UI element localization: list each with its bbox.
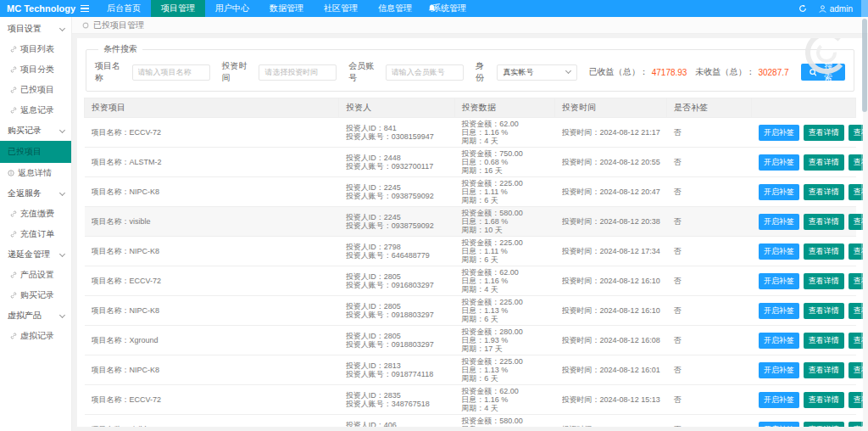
sidebar-item-label: 已投项目 (8, 146, 42, 158)
nav-item-6[interactable]: 信息管理 (368, 0, 422, 17)
investor-account-value: 348767518 (392, 400, 430, 408)
project-name-label: 项目名称： (92, 336, 130, 344)
invest-time-value: 2024-08-12 11:05:02 (600, 425, 660, 428)
sidebar-item-8[interactable]: 返息详情 (0, 163, 71, 183)
sidebar-item-16[interactable]: 虚拟记录 (0, 326, 71, 346)
actions-cell: 开启补签查看详情查看合同 (752, 207, 856, 237)
open-resign-button[interactable]: 开启补签 (759, 214, 799, 230)
investor-id-label: 投资人ID： (346, 124, 384, 132)
invest-time-label: 投资时间： (562, 277, 600, 285)
sidebar-item-5[interactable]: 返息记录 (0, 100, 71, 120)
identity-select[interactable]: 真实帐号 (497, 64, 576, 81)
sidebar-item-4[interactable]: 已投项目 (0, 80, 71, 100)
sidebar-item-10[interactable]: 充值缴费 (0, 204, 71, 224)
open-resign-button[interactable]: 开启补签 (759, 154, 799, 171)
open-resign-button[interactable]: 开启补签 (759, 333, 799, 349)
sidebar-item-12[interactable]: 递延金管理 (0, 244, 71, 265)
amount-label: 投资金额： (461, 238, 499, 247)
invest-time-value: 2024-08-12 20:55:54 (600, 158, 660, 166)
project-name-value: NIPC-K8 (130, 306, 160, 315)
content-card: 条件搜索 项目名称 投资时间 会员账号 身份 真实帐号 (76, 37, 864, 428)
view-details-button[interactable]: 查看详情 (804, 184, 844, 200)
open-resign-button[interactable]: 开启补签 (759, 273, 799, 289)
invest-time-label: 投资时间： (562, 217, 600, 226)
search-button[interactable]: 搜索 (801, 64, 845, 81)
sidebar-item-11[interactable]: 充值订单 (0, 224, 71, 244)
sidebar-item-3[interactable]: 项目分类 (0, 59, 71, 80)
view-details-button[interactable]: 查看详情 (804, 392, 844, 408)
amount-label: 投资金额： (461, 179, 499, 188)
header-investor: 投资人 (339, 98, 455, 118)
nav-item-1[interactable]: 后台首页 (97, 0, 151, 17)
open-resign-button[interactable]: 开启补签 (759, 125, 799, 141)
invest-time-input[interactable] (259, 64, 337, 81)
view-details-button[interactable]: 查看详情 (804, 214, 844, 230)
cycle-value: 6 天 (484, 374, 498, 383)
earned-total-stat: 已收益（总）：47178.93 (589, 66, 687, 78)
link-icon (10, 271, 17, 278)
cycle-value: 16 天 (484, 166, 503, 175)
open-resign-button[interactable]: 开启补签 (759, 362, 799, 378)
member-account-input[interactable] (386, 64, 464, 81)
sidebar-item-1[interactable]: 项目设置 (0, 19, 71, 39)
view-details-button[interactable]: 查看详情 (804, 273, 844, 289)
open-resign-button[interactable]: 开启补签 (759, 392, 799, 408)
rate-label: 日息： (461, 306, 484, 315)
invest-time-cell: 投资时间：2024-08-12 20:47:08 (555, 177, 667, 207)
nav-item-4[interactable]: 数据管理 (259, 0, 314, 17)
project-cell: 项目名称：visible (85, 207, 339, 237)
view-details-button[interactable]: 查看详情 (804, 154, 844, 171)
actions-cell: 开启补签查看详情查看合同 (752, 296, 856, 326)
project-name-value: ECCV-72 (130, 128, 162, 137)
nav-item-5[interactable]: 社区管理 (314, 0, 368, 17)
user-menu[interactable]: admin (819, 4, 853, 14)
sidebar-item-6[interactable]: 购买记录 (0, 120, 71, 141)
open-resign-button[interactable]: 开启补签 (759, 184, 799, 200)
amount-value: 62.00 (499, 268, 519, 277)
open-resign-button[interactable]: 开启补签 (759, 303, 799, 319)
rate-value: 1.16 % (484, 395, 508, 404)
cycle-value: 17 天 (484, 344, 503, 353)
invest-time-label: 投资时间： (562, 425, 600, 428)
nav-item-3[interactable]: 用户中心 (205, 0, 259, 17)
sidebar-item-label: 虚拟记录 (20, 330, 54, 342)
sidebar-item-13[interactable]: 产品设置 (0, 265, 71, 285)
open-resign-button[interactable]: 开启补签 (759, 422, 799, 428)
sidebar-item-7[interactable]: 已投项目 (0, 141, 71, 163)
view-details-button[interactable]: 查看详情 (804, 333, 844, 349)
scrollbar-thumb[interactable] (862, 19, 867, 112)
vertical-scrollbar[interactable] (861, 0, 868, 431)
view-details-button[interactable]: 查看详情 (804, 125, 844, 141)
view-details-button[interactable]: 查看详情 (804, 362, 844, 378)
amount-value: 580.00 (499, 417, 523, 425)
actions-cell: 开启补签查看详情查看合同 (752, 118, 856, 148)
notification-bell-icon[interactable] (428, 0, 436, 17)
chevron-down-icon (59, 25, 65, 31)
invest-time-label: 投资时间： (562, 366, 600, 374)
table-row: 项目名称：visible投资人ID：406投资人账号：849553970投资金额… (85, 415, 856, 428)
open-resign-button[interactable]: 开启补签 (759, 243, 799, 260)
refresh-icon[interactable] (798, 4, 807, 13)
resign-cell: 否 (667, 177, 752, 207)
sidebar-item-9[interactable]: 全返服务 (0, 183, 71, 204)
nav-item-2[interactable]: 项目管理 (151, 0, 205, 17)
invest-time-cell: 投资时间：2024-08-12 16:08:36 (555, 326, 667, 355)
invest-data-cell: 投资金额：225.00日息：1.11 %周期：6 天 (454, 177, 554, 207)
cycle-label: 周期： (461, 344, 484, 353)
sidebar-item-14[interactable]: 购买记录 (0, 285, 71, 305)
amount-label: 投资金额： (461, 209, 499, 217)
hamburger-menu-icon[interactable] (73, 0, 97, 17)
resign-cell: 否 (667, 148, 752, 177)
actions-cell: 开启补签查看详情查看合同 (752, 237, 856, 266)
project-name-input[interactable] (132, 64, 210, 81)
invest-data-cell: 投资金额：225.00日息：1.13 %周期：6 天 (454, 355, 554, 385)
search-filter-panel: 条件搜索 项目名称 投资时间 会员账号 身份 真实帐号 (86, 43, 854, 92)
invest-time-label: 投资时间 (222, 60, 254, 84)
rate-value: 1.16 % (484, 277, 508, 285)
sidebar-item-2[interactable]: 项目列表 (0, 39, 71, 59)
invest-time-value: 2024-08-12 16:01:18 (600, 366, 660, 374)
view-details-button[interactable]: 查看详情 (804, 303, 844, 319)
view-details-button[interactable]: 查看详情 (804, 243, 844, 260)
sidebar-item-15[interactable]: 虚拟产品 (0, 305, 71, 326)
view-details-button[interactable]: 查看详情 (804, 422, 844, 428)
